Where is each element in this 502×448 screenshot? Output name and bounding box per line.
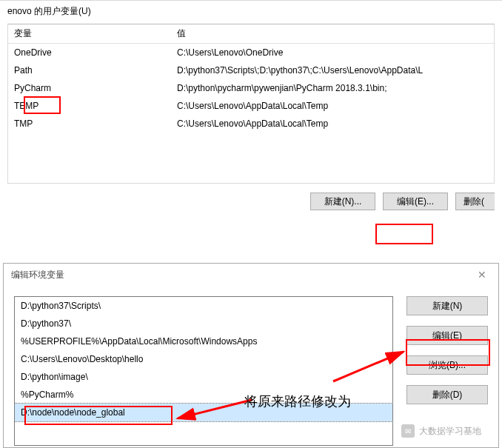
highlight-edit-main <box>375 224 433 244</box>
table-row[interactable]: PyCharm D:\python\pycharm\pywenjian\PyCh… <box>8 79 494 97</box>
dialog-delete-button[interactable]: 删除(D) <box>406 385 488 404</box>
table-row[interactable]: TMP C:\Users\Lenovo\AppData\Local\Temp <box>8 115 494 133</box>
var-name: TEMP <box>8 97 171 115</box>
var-value: C:\Users\Lenovo\AppData\Local\Temp <box>171 115 494 133</box>
list-item[interactable]: C:\Users\Lenovo\Desktop\hello <box>15 350 392 368</box>
list-item[interactable]: D:\python37\Scripts\ <box>15 297 392 315</box>
col-variable[interactable]: 变量 <box>8 24 171 44</box>
edit-env-dialog: 编辑环境变量 ✕ D:\python37\Scripts\ D:\python3… <box>3 263 499 448</box>
path-listbox[interactable]: D:\python37\Scripts\ D:\python37\ %USERP… <box>14 296 393 446</box>
list-item[interactable]: D:\python\image\ <box>15 368 392 386</box>
var-name: PyCharm <box>8 79 171 97</box>
variables-table: 变量 值 OneDrive C:\Users\Lenovo\OneDrive P… <box>8 24 494 183</box>
new-button[interactable]: 新建(N)... <box>310 193 375 210</box>
user-variables-panel: enovo 的用户变量(U) 变量 值 OneDrive C:\Users\Le… <box>0 0 502 224</box>
var-value: C:\Users\Lenovo\AppData\Local\Temp <box>171 97 494 115</box>
variables-table-wrap: 变量 值 OneDrive C:\Users\Lenovo\OneDrive P… <box>7 24 495 184</box>
close-icon[interactable]: ✕ <box>473 268 491 281</box>
var-value: D:\python37\Scripts\;D:\python37\;C:\Use… <box>171 61 494 79</box>
table-row[interactable]: OneDrive C:\Users\Lenovo\OneDrive <box>8 44 494 62</box>
var-name: OneDrive <box>8 44 171 62</box>
list-item[interactable]: %PyCharm% <box>15 386 392 404</box>
section-title: enovo 的用户变量(U) <box>7 5 495 18</box>
dialog-new-button[interactable]: 新建(N) <box>406 296 488 315</box>
dialog-title: 编辑环境变量 <box>11 269 64 281</box>
delete-button[interactable]: 删除( <box>455 193 495 210</box>
list-item[interactable]: D:\python37\ <box>15 315 392 332</box>
main-button-row: 新建(N)... 编辑(E)... 删除( <box>7 184 495 216</box>
col-value[interactable]: 值 <box>171 24 494 44</box>
edit-button[interactable]: 编辑(E)... <box>383 193 448 210</box>
var-name: TMP <box>8 115 171 133</box>
dialog-side-buttons: 新建(N) 编辑(E) 浏览(B)... 删除(D) <box>406 296 488 446</box>
list-item-selected[interactable]: D:\node\node\node_global <box>15 404 392 421</box>
table-row[interactable]: Path D:\python37\Scripts\;D:\python37\;C… <box>8 61 494 79</box>
dialog-edit-button[interactable]: 编辑(E) <box>406 326 488 345</box>
dialog-body: D:\python37\Scripts\ D:\python37\ %USERP… <box>4 286 498 446</box>
table-row[interactable]: TEMP C:\Users\Lenovo\AppData\Local\Temp <box>8 97 494 115</box>
dialog-titlebar: 编辑环境变量 ✕ <box>4 264 498 286</box>
dialog-browse-button[interactable]: 浏览(B)... <box>406 355 488 375</box>
var-value: C:\Users\Lenovo\OneDrive <box>171 44 494 62</box>
var-value: D:\python\pycharm\pywenjian\PyCharm 2018… <box>171 79 494 97</box>
list-item[interactable]: %USERPROFILE%\AppData\Local\Microsoft\Wi… <box>15 332 392 350</box>
var-name: Path <box>8 61 171 79</box>
